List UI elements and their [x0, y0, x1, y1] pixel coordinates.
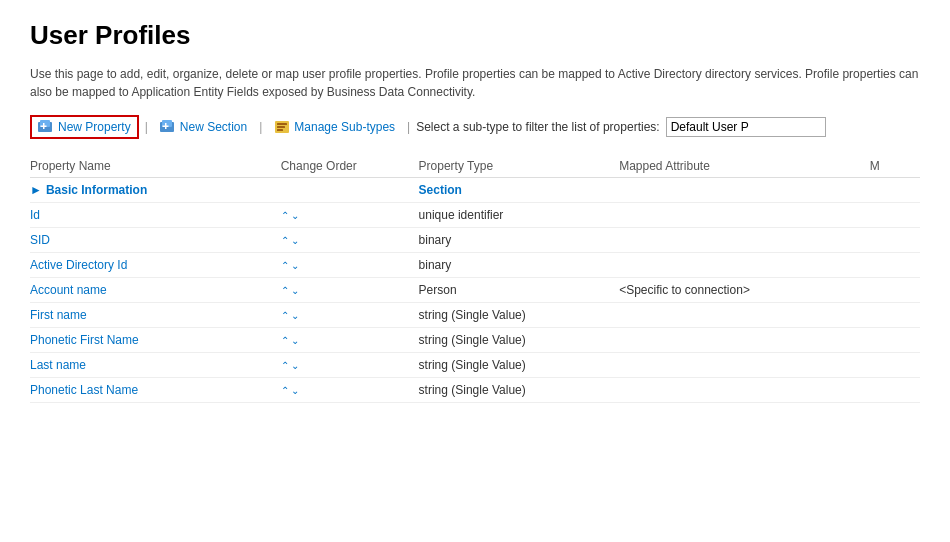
property-type: unique identifier — [419, 203, 620, 228]
col-header-mapped-attribute: Mapped Attribute — [619, 155, 870, 178]
move-down-button[interactable]: ⌄ — [291, 336, 299, 346]
order-arrows: ⌃ ⌄ — [281, 286, 299, 296]
property-type: string (Single Value) — [419, 328, 620, 353]
svg-rect-11 — [277, 129, 283, 131]
toolbar: New Property | New Section | Manage Sub-… — [30, 115, 920, 139]
col-header-property-name: Property Name — [30, 155, 281, 178]
svg-rect-3 — [41, 126, 47, 128]
mapped-attribute — [619, 303, 870, 328]
filter-label: Select a sub-type to filter the list of … — [416, 120, 659, 134]
order-arrows: ⌃ ⌄ — [281, 386, 299, 396]
section-arrow: ► — [30, 183, 42, 197]
col-header-property-type: Property Type — [419, 155, 620, 178]
m-col — [870, 203, 920, 228]
move-up-button[interactable]: ⌃ — [281, 286, 289, 296]
separator-2: | — [259, 120, 262, 134]
order-arrows: ⌃ ⌄ — [281, 361, 299, 371]
col-header-m: M — [870, 155, 920, 178]
page-title: User Profiles — [30, 20, 920, 51]
separator-1: | — [145, 120, 148, 134]
move-up-button[interactable]: ⌃ — [281, 211, 289, 221]
table-row: Active Directory Id ⌃ ⌄ binary — [30, 253, 920, 278]
move-down-button[interactable]: ⌄ — [291, 261, 299, 271]
m-col — [870, 328, 920, 353]
table-row: First name ⌃ ⌄ string (Single Value) — [30, 303, 920, 328]
move-up-button[interactable]: ⌃ — [281, 261, 289, 271]
mapped-attribute — [619, 253, 870, 278]
property-name[interactable]: SID — [30, 233, 50, 247]
mapped-attribute — [619, 203, 870, 228]
svg-rect-10 — [277, 126, 285, 128]
new-section-icon — [160, 120, 176, 134]
move-up-button[interactable]: ⌃ — [281, 386, 289, 396]
move-down-button[interactable]: ⌄ — [291, 361, 299, 371]
filter-input[interactable] — [666, 117, 826, 137]
move-up-button[interactable]: ⌃ — [281, 361, 289, 371]
page-description: Use this page to add, edit, organize, de… — [30, 65, 920, 101]
property-name[interactable]: Active Directory Id — [30, 258, 127, 272]
move-up-button[interactable]: ⌃ — [281, 311, 289, 321]
m-col — [870, 353, 920, 378]
order-arrows: ⌃ ⌄ — [281, 311, 299, 321]
new-section-button[interactable]: New Section — [154, 117, 253, 137]
m-col — [870, 278, 920, 303]
order-arrows: ⌃ ⌄ — [281, 211, 299, 221]
new-property-icon — [38, 120, 54, 134]
mapped-attribute — [619, 328, 870, 353]
mapped-attribute — [619, 178, 870, 203]
property-name[interactable]: Account name — [30, 283, 107, 297]
property-name[interactable]: Id — [30, 208, 40, 222]
property-name[interactable]: Phonetic Last Name — [30, 383, 138, 397]
mapped-attribute — [619, 378, 870, 403]
manage-subtypes-button[interactable]: Manage Sub-types — [268, 117, 401, 137]
mapped-attribute: <Specific to connection> — [619, 278, 870, 303]
move-up-button[interactable]: ⌃ — [281, 236, 289, 246]
order-arrows: ⌃ ⌄ — [281, 336, 299, 346]
table-row: Id ⌃ ⌄ unique identifier — [30, 203, 920, 228]
mapped-attribute — [619, 353, 870, 378]
property-type: string (Single Value) — [419, 378, 620, 403]
mapped-attribute — [619, 228, 870, 253]
svg-rect-9 — [277, 123, 287, 125]
table-row: Phonetic First Name ⌃ ⌄ string (Single V… — [30, 328, 920, 353]
table-row: Last name ⌃ ⌄ string (Single Value) — [30, 353, 920, 378]
move-down-button[interactable]: ⌄ — [291, 286, 299, 296]
m-col — [870, 378, 920, 403]
order-arrows: ⌃ ⌄ — [281, 236, 299, 246]
manage-subtypes-icon — [274, 120, 290, 134]
m-col — [870, 253, 920, 278]
m-col — [870, 178, 920, 203]
move-up-button[interactable]: ⌃ — [281, 336, 289, 346]
m-col — [870, 303, 920, 328]
new-property-button[interactable]: New Property — [30, 115, 139, 139]
property-type: Section — [419, 178, 620, 203]
move-down-button[interactable]: ⌄ — [291, 236, 299, 246]
col-header-change-order: Change Order — [281, 155, 419, 178]
property-name[interactable]: Last name — [30, 358, 86, 372]
property-name[interactable]: Phonetic First Name — [30, 333, 139, 347]
m-col — [870, 228, 920, 253]
table-row: Account name ⌃ ⌄ Person<Specific to conn… — [30, 278, 920, 303]
table-row: Phonetic Last Name ⌃ ⌄ string (Single Va… — [30, 378, 920, 403]
move-down-button[interactable]: ⌄ — [291, 386, 299, 396]
section-name[interactable]: Basic Information — [46, 183, 147, 197]
property-type: Person — [419, 278, 620, 303]
move-down-button[interactable]: ⌄ — [291, 211, 299, 221]
property-type: string (Single Value) — [419, 353, 620, 378]
table-row: ►Basic InformationSection — [30, 178, 920, 203]
move-down-button[interactable]: ⌄ — [291, 311, 299, 321]
table-row: SID ⌃ ⌄ binary — [30, 228, 920, 253]
separator-3: | — [407, 120, 410, 134]
properties-table: Property Name Change Order Property Type… — [30, 155, 920, 403]
property-type: string (Single Value) — [419, 303, 620, 328]
property-type: binary — [419, 228, 620, 253]
order-arrows: ⌃ ⌄ — [281, 261, 299, 271]
svg-rect-7 — [162, 126, 168, 128]
property-name[interactable]: First name — [30, 308, 87, 322]
property-type: binary — [419, 253, 620, 278]
